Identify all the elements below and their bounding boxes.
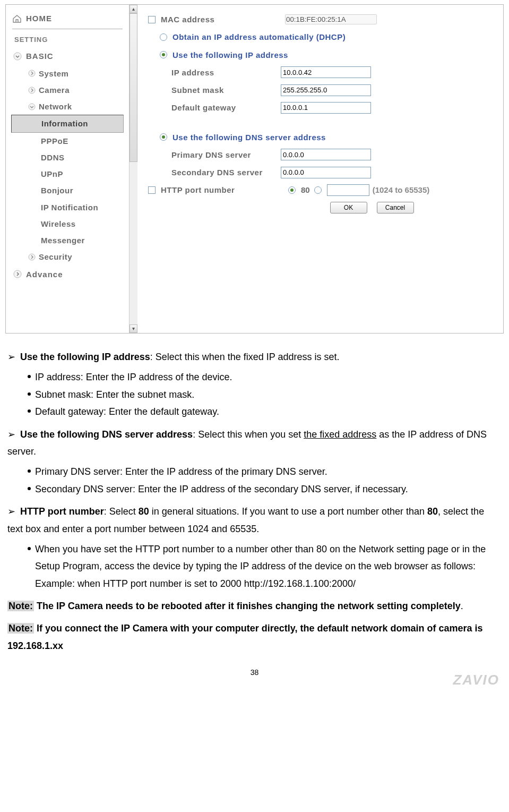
home-icon (12, 14, 22, 23)
ip-label: IP address (148, 66, 281, 79)
sidebar-advance[interactable]: Advance (9, 266, 126, 283)
basic-label: BASIC (26, 50, 54, 62)
sidebar-item-messenger[interactable]: Messenger (9, 232, 126, 249)
bullets-dns: Primary DNS server: Enter the IP address… (7, 463, 502, 498)
radio-useip[interactable] (160, 51, 167, 58)
sidebar: HOME SETTING BASIC System Camera Network… (6, 5, 129, 333)
dhcp-row[interactable]: Obtain an IP address automatically (DHCP… (148, 31, 500, 43)
main-panel: MAC address Obtain an IP address automat… (137, 5, 503, 333)
dns1-input[interactable] (281, 149, 371, 160)
bullet-dns1: Primary DNS server: Enter the IP address… (35, 463, 502, 480)
sidebar-item-upnp[interactable]: UPnP (9, 166, 126, 182)
sidebar-item-pppoe[interactable]: PPPoE (9, 133, 126, 149)
subnet-label: Subnet mask (148, 84, 281, 96)
mac-label: MAC address (161, 13, 285, 25)
settings-screenshot: HOME SETTING BASIC System Camera Network… (5, 4, 504, 334)
chevron-right-icon (28, 253, 36, 261)
dhcp-label: Obtain an IP address automatically (DHCP… (172, 31, 346, 43)
svg-point-5 (14, 270, 21, 278)
bullet-subnet: Subnet mask: Enter the subnet mask. (35, 386, 502, 403)
subnet-input[interactable] (281, 84, 371, 96)
gw-input[interactable] (281, 102, 371, 114)
dns2-row: Secondary DNS server (148, 166, 500, 178)
sidebar-item-network[interactable]: Network (9, 98, 126, 115)
page-number: 38 (7, 667, 502, 679)
dns1-label: Primary DNS server (148, 149, 281, 161)
para-http: ➢ HTTP port number: Select 80 in general… (7, 503, 502, 537)
sidebar-scrollbar[interactable]: ▴ ▾ (129, 5, 137, 333)
setting-heading: SETTING (9, 35, 126, 47)
scroll-thumb[interactable] (130, 13, 137, 162)
sidebar-home[interactable]: HOME (9, 8, 126, 28)
document-body: ➢ Use the following IP address: Select t… (0, 348, 509, 695)
para-usedns: ➢ Use the following DNS server address: … (7, 426, 502, 460)
svg-point-4 (29, 254, 35, 260)
port-hint: (1024 to 65535) (373, 184, 430, 196)
button-row: OK Cancel (244, 202, 500, 213)
radio-usedns[interactable] (160, 133, 167, 141)
ip-input[interactable] (281, 66, 371, 78)
sidebar-basic[interactable]: BASIC (9, 47, 126, 65)
scroll-down-button[interactable]: ▾ (130, 324, 137, 333)
gw-row: Default gateway (148, 101, 500, 114)
sidebar-item-bonjour[interactable]: Bonjour (9, 182, 126, 199)
bullet-dns2: Secondary DNS server: Enter the IP addre… (35, 481, 502, 498)
divider (12, 29, 123, 29)
home-label: HOME (26, 12, 52, 24)
sidebar-item-wireless[interactable]: Wireless (9, 216, 126, 232)
sidebar-item-ipnotif[interactable]: IP Notification (9, 199, 126, 216)
sidebar-item-information[interactable]: Information (11, 115, 124, 132)
scroll-up-button[interactable]: ▴ (130, 5, 137, 13)
note2: Note: If you connect the IP Camera with … (7, 620, 502, 654)
chevron-right-icon (28, 87, 36, 94)
usedns-label: Use the following DNS server address (172, 131, 326, 143)
scroll-track[interactable] (130, 13, 137, 324)
bullet-http: When you have set the HTTP port number t… (35, 541, 502, 592)
usedns-row[interactable]: Use the following DNS server address (148, 131, 500, 143)
para-useip: ➢ Use the following IP address: Select t… (7, 348, 502, 365)
svg-point-0 (14, 53, 21, 60)
radio-dhcp[interactable] (160, 33, 167, 41)
port-80-label: 80 (301, 184, 310, 196)
dns1-row: Primary DNS server (148, 149, 500, 161)
sidebar-item-camera[interactable]: Camera (9, 82, 126, 98)
http-checkbox[interactable] (148, 186, 156, 194)
bullet-gateway: Default gateway: Enter the default gatew… (35, 403, 502, 420)
dns2-label: Secondary DNS server (148, 166, 281, 178)
mac-input (285, 14, 377, 24)
http-row: HTTP port number 80 (1024 to 65535) (148, 184, 500, 196)
http-label: HTTP port number (161, 184, 285, 196)
svg-point-1 (29, 70, 35, 76)
radio-port-custom[interactable] (314, 186, 322, 194)
chevron-right-icon (28, 70, 36, 77)
chevron-right-icon (13, 270, 22, 278)
dns2-input[interactable] (281, 167, 371, 178)
useip-label: Use the following IP address (172, 49, 288, 61)
sidebar-item-system[interactable]: System (9, 65, 126, 82)
note1: Note: The IP Camera needs to be rebooted… (7, 597, 502, 614)
subnet-row: Subnet mask (148, 84, 500, 96)
bullets-ip: IP address: Enter the IP address of the … (7, 369, 502, 420)
mac-row: MAC address (148, 13, 500, 25)
chevron-down-icon (13, 52, 22, 61)
ok-button[interactable]: OK (330, 202, 367, 213)
gw-label: Default gateway (148, 101, 281, 114)
cancel-button[interactable]: Cancel (377, 202, 414, 213)
svg-point-3 (29, 104, 35, 110)
svg-point-2 (29, 87, 35, 93)
sidebar-item-ddns[interactable]: DDNS (9, 149, 126, 166)
bullets-http: When you have set the HTTP port number t… (7, 541, 502, 592)
bullet-ip: IP address: Enter the IP address of the … (35, 369, 502, 386)
ip-row: IP address (148, 66, 500, 79)
port-custom-input[interactable] (327, 184, 369, 196)
sidebar-item-security[interactable]: Security (9, 249, 126, 265)
chevron-down-icon (28, 103, 36, 110)
useip-row[interactable]: Use the following IP address (148, 49, 500, 61)
brand-logo: ZAVIO (453, 669, 499, 690)
mac-checkbox[interactable] (148, 16, 156, 23)
radio-port-80[interactable] (288, 186, 296, 194)
